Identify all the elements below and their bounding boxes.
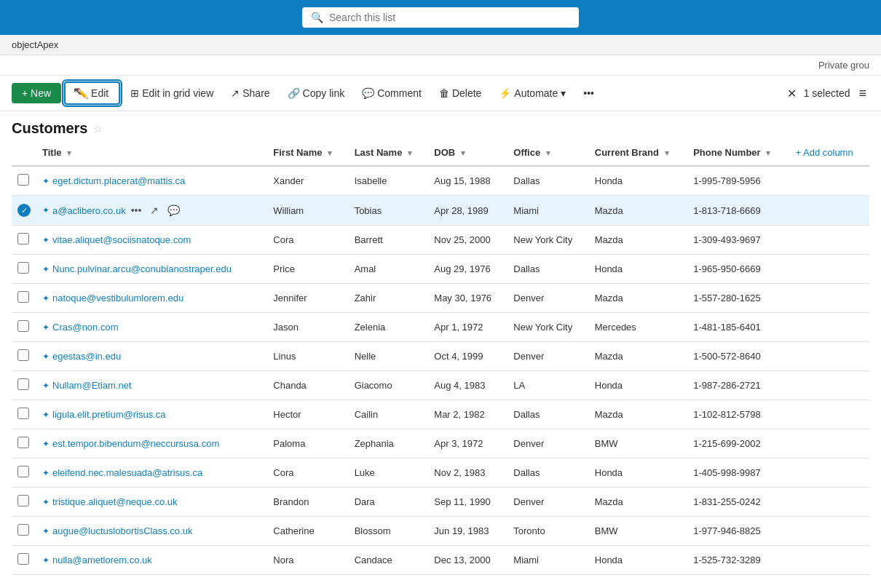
row-checkbox-cell[interactable]	[12, 342, 36, 371]
row-checkbox-cell[interactable]	[12, 313, 36, 342]
add-column-cell	[790, 226, 869, 255]
more-options-button[interactable]: •••	[576, 83, 601, 103]
row-type-icon: ✦	[42, 410, 50, 420]
row-type-icon: ✦	[42, 555, 50, 565]
title-cell[interactable]: ✦natoque@vestibulumlorem.edu	[36, 284, 267, 313]
title-cell[interactable]: ✦nulla@ametlorem.co.uk	[36, 546, 267, 575]
phone-number-cell: 1-557-280-1625	[687, 284, 789, 313]
title-link[interactable]: ✦nulla@ametlorem.co.uk	[42, 555, 261, 565]
title-link[interactable]: ✦est.tempor.bibendum@neccursusa.com	[42, 438, 261, 449]
deselect-button[interactable]: ✕	[784, 85, 799, 102]
row-more-options-button[interactable]: •••	[129, 203, 144, 218]
row-select-checkbox[interactable]	[17, 320, 29, 332]
row-checkbox-cell[interactable]	[12, 517, 36, 546]
row-select-checkbox[interactable]	[17, 378, 29, 390]
current-brand-column-header[interactable]: Current Brand ▾	[589, 140, 687, 166]
row-checkbox-cell[interactable]	[12, 429, 36, 458]
row-select-checkbox[interactable]	[17, 262, 29, 274]
delete-button[interactable]: 🗑 Delete	[432, 83, 489, 103]
private-group-text: Private grou	[818, 60, 869, 71]
edit-button[interactable]: ✏️ Edit ↖	[64, 82, 120, 105]
first-name-column-header[interactable]: First Name ▾	[267, 140, 348, 166]
title-cell[interactable]: ✦est.tempor.bibendum@neccursusa.com	[36, 429, 267, 458]
dob-column-header[interactable]: DOB ▾	[428, 140, 507, 166]
favorite-star-icon[interactable]: ☆	[93, 123, 103, 135]
office-cell: Dallas	[507, 458, 588, 488]
row-select-checkbox[interactable]	[17, 466, 29, 477]
row-checkbox-cell[interactable]	[12, 166, 36, 196]
title-cell[interactable]: ✦ligula.elit.pretium@risus.ca	[36, 400, 267, 429]
select-all-column-header[interactable]	[12, 140, 36, 166]
row-select-checkbox[interactable]	[17, 349, 29, 361]
automate-button[interactable]: ⚡ Automate ▾	[491, 83, 573, 103]
last-name-cell: Luke	[349, 458, 429, 488]
row-checkbox-cell[interactable]	[12, 458, 36, 488]
row-checkbox-cell[interactable]	[12, 371, 36, 400]
last-name-column-header[interactable]: Last Name ▾	[349, 140, 429, 166]
title-link[interactable]: ✦augue@luctuslobortisClass.co.uk	[42, 525, 261, 536]
row-checkbox-cell[interactable]	[12, 284, 36, 313]
title-cell[interactable]: ✦vitae.aliquet@sociisnatoque.com	[36, 226, 267, 255]
row-checkbox-cell[interactable]	[12, 255, 36, 284]
title-link[interactable]: ✦Nullam@Etiam.net	[42, 380, 261, 391]
row-select-checkbox[interactable]	[17, 291, 29, 303]
dob-cell: Apr 28, 1989	[428, 196, 507, 226]
title-cell[interactable]: ✦eget.dictum.placerat@mattis.ca	[36, 166, 267, 196]
row-select-checkbox[interactable]	[17, 553, 29, 565]
phone-number-column-header[interactable]: Phone Number ▾	[687, 140, 789, 166]
phone-number-cell: 1-995-789-5956	[687, 166, 789, 196]
title-cell[interactable]: ✦Cras@non.com	[36, 313, 267, 342]
title-cell[interactable]: ✦augue@luctuslobortisClass.co.uk	[36, 517, 267, 546]
row-checkbox-cell[interactable]	[12, 226, 36, 255]
title-cell[interactable]: ✦Nullam@Etiam.net	[36, 371, 267, 400]
title-link[interactable]: ✦natoque@vestibulumlorem.edu	[42, 293, 261, 303]
edit-grid-view-button[interactable]: ⊞ Edit in grid view	[123, 83, 221, 103]
copy-link-button[interactable]: 🔗 Copy link	[280, 83, 352, 103]
row-select-checkbox[interactable]	[17, 408, 29, 419]
current-brand-cell: Mazda	[589, 226, 687, 255]
first-name-cell: Jennifer	[267, 284, 348, 313]
row-checkbox-cell[interactable]	[12, 546, 36, 575]
title-link[interactable]: ✦a@aclibero.co.uk ••• ↗ 💬	[42, 203, 261, 218]
add-column-button[interactable]: + Add column	[790, 140, 869, 166]
search-box[interactable]: 🔍	[302, 7, 579, 28]
title-cell[interactable]: ✦a@aclibero.co.uk ••• ↗ 💬	[36, 196, 267, 226]
title-link[interactable]: ✦eleifend.nec.malesuada@atrisus.ca	[42, 467, 261, 478]
title-link[interactable]: ✦vitae.aliquet@sociisnatoque.com	[42, 234, 261, 245]
office-column-header[interactable]: Office ▾	[507, 140, 588, 166]
row-comment-button[interactable]: 💬	[165, 203, 182, 218]
row-select-checkbox[interactable]	[17, 495, 29, 506]
title-link[interactable]: ✦tristique.aliquet@neque.co.uk	[42, 496, 261, 507]
first-name-cell: Cora	[267, 458, 348, 488]
search-input[interactable]	[329, 12, 570, 23]
row-checkbox-cell[interactable]	[12, 400, 36, 429]
row-checkbox-cell[interactable]	[12, 488, 36, 517]
title-link[interactable]: ✦egestas@in.edu	[42, 351, 261, 362]
row-select-checkbox[interactable]	[17, 437, 29, 448]
row-select-checkbox[interactable]	[17, 233, 29, 245]
row-type-icon: ✦	[42, 526, 50, 536]
share-button[interactable]: ↗ Share	[224, 83, 277, 103]
comment-button[interactable]: 💬 Comment	[355, 83, 429, 103]
current-brand-cell: Mazda	[589, 342, 687, 371]
title-column-header[interactable]: Title ▾	[36, 140, 267, 166]
title-cell[interactable]: ✦tristique.aliquet@neque.co.uk	[36, 488, 267, 517]
dob-cell: Nov 25, 2000	[428, 226, 507, 255]
title-cell[interactable]: ✦egestas@in.edu	[36, 342, 267, 371]
dob-cell: Mar 2, 1982	[428, 400, 507, 429]
new-button[interactable]: + New	[12, 83, 61, 103]
row-share-button[interactable]: ↗	[148, 203, 161, 218]
dob-cell: Apr 1, 1972	[428, 313, 507, 342]
title-cell[interactable]: ✦Nunc.pulvinar.arcu@conubianostraper.edu	[36, 255, 267, 284]
row-select-checkbox[interactable]	[17, 174, 29, 186]
view-options-button[interactable]: ≡	[856, 84, 869, 103]
title-link[interactable]: ✦eget.dictum.placerat@mattis.ca	[42, 175, 261, 186]
phone-number-cell: 1-405-998-9987	[687, 458, 789, 488]
title-link[interactable]: ✦Nunc.pulvinar.arcu@conubianostraper.edu	[42, 263, 261, 274]
row-checkbox-cell[interactable]: ✓	[12, 196, 36, 226]
row-select-checkbox[interactable]	[17, 524, 29, 536]
title-link[interactable]: ✦Cras@non.com	[42, 322, 261, 333]
title-link[interactable]: ✦ligula.elit.pretium@risus.ca	[42, 409, 261, 420]
table-row: ✦Cras@non.comJasonZeleniaApr 1, 1972New …	[12, 313, 869, 342]
title-cell[interactable]: ✦eleifend.nec.malesuada@atrisus.ca	[36, 458, 267, 488]
